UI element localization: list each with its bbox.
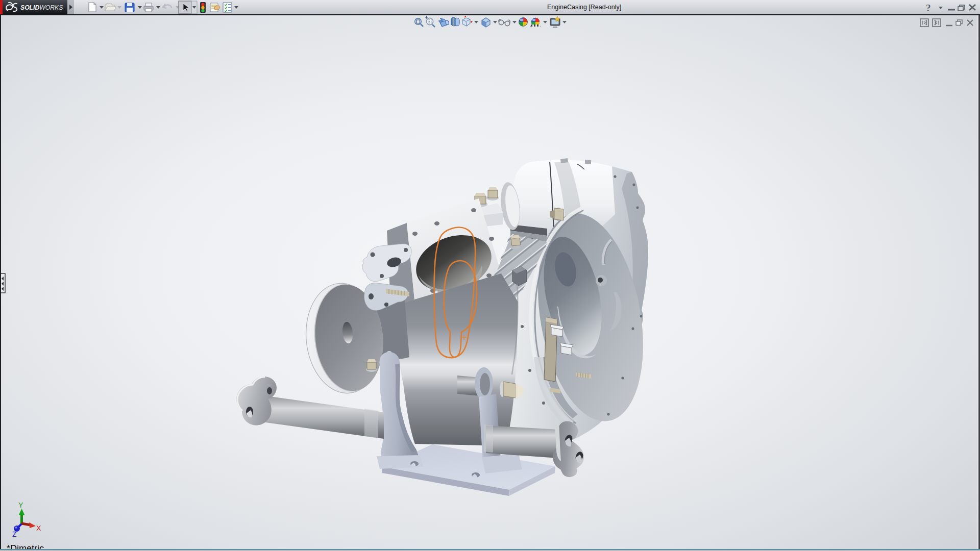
svg-text:?: ? bbox=[926, 3, 931, 13]
svg-text:SOLIDWORKS: SOLIDWORKS bbox=[20, 4, 63, 11]
svg-text:X: X bbox=[36, 524, 41, 532]
svg-text:Y: Y bbox=[18, 501, 23, 509]
svg-text:Z: Z bbox=[12, 530, 17, 538]
